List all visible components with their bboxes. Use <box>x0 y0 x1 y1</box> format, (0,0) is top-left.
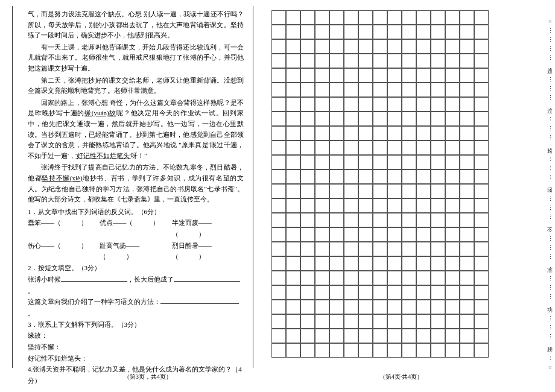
grid-cell[interactable] <box>416 213 431 227</box>
grid-cell[interactable] <box>387 300 402 314</box>
grid-cell[interactable] <box>358 256 373 271</box>
grid-cell[interactable] <box>373 10 387 25</box>
grid-cell[interactable] <box>300 271 315 285</box>
grid-cell[interactable] <box>344 285 358 300</box>
grid-cell[interactable] <box>286 198 300 213</box>
grid-cell[interactable] <box>474 300 489 314</box>
grid-cell[interactable] <box>387 97 402 112</box>
grid-cell[interactable] <box>344 126 358 141</box>
grid-cell[interactable] <box>387 54 402 68</box>
grid-cell[interactable] <box>445 314 460 329</box>
grid-cell[interactable] <box>271 112 286 126</box>
grid-cell[interactable] <box>271 343 286 358</box>
grid-cell[interactable] <box>445 54 460 68</box>
grid-cell[interactable] <box>300 112 315 126</box>
grid-cell[interactable] <box>271 329 286 343</box>
grid-cell[interactable] <box>300 285 315 300</box>
grid-cell[interactable] <box>373 242 387 256</box>
grid-cell[interactable] <box>445 155 460 169</box>
grid-cell[interactable] <box>373 54 387 68</box>
grid-cell[interactable] <box>416 54 431 68</box>
grid-cell[interactable] <box>445 198 460 213</box>
grid-cell[interactable] <box>271 141 286 155</box>
grid-cell[interactable] <box>387 343 402 358</box>
grid-cell[interactable] <box>329 227 344 242</box>
grid-cell[interactable] <box>373 300 387 314</box>
grid-cell[interactable] <box>315 285 329 300</box>
grid-cell[interactable] <box>474 97 489 112</box>
grid-cell[interactable] <box>329 300 344 314</box>
grid-cell[interactable] <box>416 256 431 271</box>
grid-cell[interactable] <box>315 83 329 97</box>
grid-cell[interactable] <box>300 314 315 329</box>
blank[interactable] <box>61 281 127 282</box>
grid-cell[interactable] <box>373 155 387 169</box>
grid-cell[interactable] <box>329 141 344 155</box>
grid-cell[interactable] <box>344 227 358 242</box>
grid-cell[interactable] <box>373 68 387 83</box>
grid-cell[interactable] <box>445 256 460 271</box>
grid-cell[interactable] <box>431 242 445 256</box>
grid-cell[interactable] <box>329 112 344 126</box>
grid-cell[interactable] <box>344 198 358 213</box>
grid-cell[interactable] <box>416 271 431 285</box>
grid-cell[interactable] <box>460 83 474 97</box>
grid-cell[interactable] <box>474 169 489 184</box>
grid-cell[interactable] <box>431 314 445 329</box>
grid-cell[interactable] <box>416 242 431 256</box>
grid-cell[interactable] <box>315 271 329 285</box>
grid-cell[interactable] <box>474 242 489 256</box>
grid-cell[interactable] <box>300 126 315 141</box>
grid-cell[interactable] <box>286 213 300 227</box>
grid-cell[interactable] <box>474 54 489 68</box>
grid-cell[interactable] <box>416 68 431 83</box>
grid-cell[interactable] <box>373 39 387 54</box>
grid-cell[interactable] <box>431 285 445 300</box>
grid-cell[interactable] <box>460 112 474 126</box>
writing-grid[interactable] <box>271 10 501 358</box>
grid-cell[interactable] <box>373 169 387 184</box>
grid-cell[interactable] <box>300 169 315 184</box>
grid-cell[interactable] <box>474 213 489 227</box>
grid-cell[interactable] <box>300 68 315 83</box>
grid-cell[interactable] <box>358 227 373 242</box>
grid-cell[interactable] <box>431 300 445 314</box>
grid-cell[interactable] <box>329 169 344 184</box>
grid-cell[interactable] <box>474 25 489 39</box>
grid-cell[interactable] <box>474 126 489 141</box>
grid-cell[interactable] <box>460 271 474 285</box>
grid-cell[interactable] <box>344 25 358 39</box>
grid-cell[interactable] <box>358 169 373 184</box>
grid-cell[interactable] <box>445 300 460 314</box>
grid-cell[interactable] <box>286 242 300 256</box>
grid-cell[interactable] <box>344 83 358 97</box>
grid-cell[interactable] <box>329 126 344 141</box>
grid-cell[interactable] <box>344 68 358 83</box>
grid-cell[interactable] <box>460 242 474 256</box>
grid-cell[interactable] <box>416 39 431 54</box>
grid-cell[interactable] <box>344 39 358 54</box>
grid-cell[interactable] <box>445 39 460 54</box>
grid-cell[interactable] <box>344 112 358 126</box>
grid-cell[interactable] <box>344 343 358 358</box>
grid-cell[interactable] <box>329 155 344 169</box>
grid-cell[interactable] <box>402 141 416 155</box>
grid-cell[interactable] <box>402 314 416 329</box>
grid-cell[interactable] <box>402 271 416 285</box>
grid-cell[interactable] <box>300 242 315 256</box>
grid-cell[interactable] <box>329 184 344 198</box>
grid-cell[interactable] <box>329 329 344 343</box>
grid-cell[interactable] <box>387 169 402 184</box>
grid-cell[interactable] <box>416 300 431 314</box>
grid-cell[interactable] <box>329 97 344 112</box>
grid-cell[interactable] <box>286 256 300 271</box>
grid-cell[interactable] <box>300 343 315 358</box>
grid-cell[interactable] <box>329 198 344 213</box>
grid-cell[interactable] <box>373 227 387 242</box>
grid-cell[interactable] <box>271 10 286 25</box>
grid-cell[interactable] <box>329 83 344 97</box>
grid-cell[interactable] <box>315 256 329 271</box>
grid-cell[interactable] <box>460 300 474 314</box>
grid-cell[interactable] <box>445 126 460 141</box>
grid-cell[interactable] <box>358 39 373 54</box>
